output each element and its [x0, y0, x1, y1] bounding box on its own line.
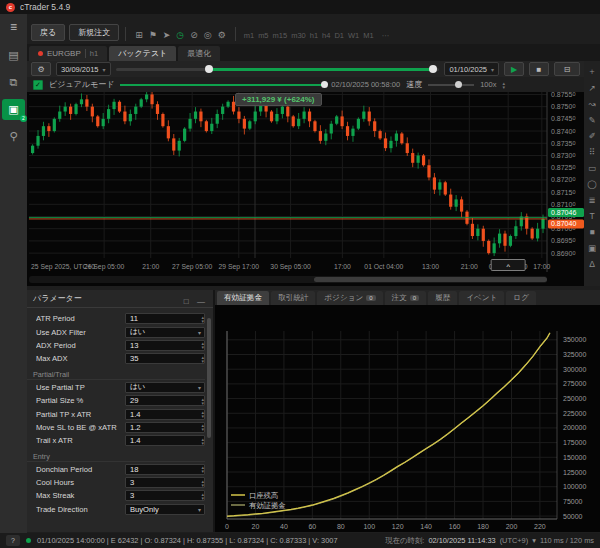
- stepper-down-icon[interactable]: ▾: [201, 414, 204, 418]
- parameter-input[interactable]: BuyOnly▾: [125, 504, 205, 515]
- new-order-button[interactable]: 新規注文: [69, 24, 119, 41]
- chart-scrollbar-thumb[interactable]: [314, 277, 547, 282]
- brush-tool[interactable]: ✐: [584, 128, 600, 144]
- stepper-down-icon[interactable]: ▾: [201, 427, 204, 431]
- parameter-input[interactable]: 3▴▾: [125, 477, 205, 488]
- price-chart[interactable]: 0.875500.875000.874500.874000.873500.873…: [27, 92, 584, 286]
- parameter-input[interactable]: 1.4▴▾: [125, 409, 205, 420]
- parameter-input[interactable]: 29▴▾: [125, 395, 205, 406]
- play-button[interactable]: ▶: [504, 62, 524, 76]
- pointer-icon[interactable]: ➤: [160, 29, 174, 41]
- ray-tool[interactable]: ↝: [584, 96, 600, 112]
- stepper-down-icon[interactable]: ▾: [201, 345, 204, 349]
- timeframe-h4[interactable]: h4: [320, 30, 332, 41]
- more-icon[interactable]: ⋯: [380, 30, 392, 41]
- tab-eurgbp[interactable]: EURGBPh1: [29, 46, 107, 61]
- range-start-handle[interactable]: [205, 65, 213, 73]
- settings-icon[interactable]: ⚙: [215, 29, 229, 41]
- backtest-settings-icon[interactable]: ⚙: [31, 62, 51, 76]
- timeframe-m15[interactable]: m15: [271, 30, 290, 41]
- collapse-icon[interactable]: —: [195, 297, 207, 306]
- value-stepper[interactable]: ▴▾: [201, 410, 204, 418]
- results-tab-4[interactable]: 履歴: [428, 291, 457, 305]
- chart-horizontal-scrollbar[interactable]: [29, 276, 547, 283]
- ellipse-tool[interactable]: ◯: [584, 176, 600, 192]
- timeframe-M1[interactable]: M1: [361, 30, 375, 41]
- parameter-input[interactable]: 3▴▾: [125, 490, 205, 501]
- equity-chart-canvas[interactable]: 5000075000100000125000150000175000200000…: [215, 305, 600, 532]
- value-stepper[interactable]: ▴▾: [201, 492, 204, 500]
- sidebar-item-analyze[interactable]: ⚲: [2, 126, 25, 147]
- stepper-down-icon[interactable]: ▾: [201, 401, 204, 405]
- help-icon[interactable]: ?: [6, 535, 20, 546]
- value-stepper[interactable]: ▴▾: [201, 355, 204, 363]
- candlestick-chart-canvas[interactable]: 0.875500.875000.874500.874000.873500.873…: [29, 92, 585, 272]
- sidebar-item-copy[interactable]: ⧉: [2, 72, 25, 93]
- parameters-scrollbar[interactable]: [207, 318, 211, 438]
- parameter-input[interactable]: はい▾: [125, 327, 205, 338]
- stepper-down-icon[interactable]: ▾: [201, 319, 204, 323]
- rectangle-tool[interactable]: ▭: [584, 160, 600, 176]
- parameter-input[interactable]: 1.2▴▾: [125, 422, 205, 433]
- watchlist-icon[interactable]: ◎: [201, 29, 215, 41]
- playback-progress-handle[interactable]: [321, 81, 328, 88]
- parameter-input[interactable]: 18▴▾: [125, 464, 205, 475]
- stepper-down-icon[interactable]: ▾: [201, 483, 204, 487]
- speed-stepper[interactable]: ▴ ▾: [502, 81, 505, 89]
- timeframe-m1[interactable]: m1: [242, 30, 256, 41]
- dock-panel-button[interactable]: ⊟: [554, 62, 580, 76]
- value-stepper[interactable]: ▴▾: [201, 315, 204, 323]
- pin-icon[interactable]: ⚑: [146, 29, 160, 41]
- results-tab-5[interactable]: イベント: [459, 291, 504, 305]
- crosshair-tool[interactable]: ＋: [584, 64, 600, 80]
- hamburger-menu-icon[interactable]: ≡: [10, 20, 17, 34]
- value-stepper[interactable]: ▴▾: [201, 465, 204, 473]
- parameter-input[interactable]: 13▴▾: [125, 340, 205, 351]
- range-end-handle[interactable]: [429, 65, 437, 73]
- replay-icon[interactable]: ◷: [173, 29, 187, 41]
- results-tab-6[interactable]: ログ: [506, 291, 536, 305]
- snapshot-tool[interactable]: ▣: [584, 240, 600, 256]
- timeframe-h1[interactable]: h1: [308, 30, 320, 41]
- results-tab-2[interactable]: ポジション0: [317, 291, 382, 305]
- timeframe-m30[interactable]: m30: [289, 30, 308, 41]
- speed-handle[interactable]: [455, 81, 462, 88]
- sidebar-item-automate[interactable]: ▣2: [2, 99, 25, 120]
- stepper-down-icon[interactable]: ▾: [201, 359, 204, 363]
- value-stepper[interactable]: ▴▾: [201, 479, 204, 487]
- text-tool[interactable]: T: [584, 208, 600, 224]
- results-tab-1[interactable]: 取引統計: [271, 291, 315, 305]
- pattern-tool[interactable]: ⠿: [584, 144, 600, 160]
- start-date-picker[interactable]: 30/09/2015 ▾: [56, 62, 111, 76]
- value-stepper[interactable]: ▴▾: [201, 423, 204, 431]
- parameter-input[interactable]: はい▾: [125, 382, 205, 393]
- speed-slider[interactable]: [428, 80, 474, 90]
- value-stepper[interactable]: ▴▾: [201, 341, 204, 349]
- stop-button[interactable]: ■: [529, 62, 549, 76]
- trendline-tool[interactable]: ↗: [584, 80, 600, 96]
- parameter-input[interactable]: 1.4▴▾: [125, 435, 205, 446]
- timeframe-m5[interactable]: m5: [256, 30, 270, 41]
- timeframe-W1[interactable]: W1: [346, 30, 361, 41]
- value-stepper[interactable]: ▴▾: [201, 397, 204, 405]
- results-tab-3[interactable]: 注文0: [385, 291, 427, 305]
- visual-mode-checkbox[interactable]: ✓: [33, 80, 43, 90]
- layout-icon[interactable]: ⊞: [132, 29, 146, 41]
- playback-progress-slider[interactable]: [120, 80, 325, 90]
- stepper-down-icon[interactable]: ▾: [502, 85, 505, 89]
- shape-tool[interactable]: ■: [584, 224, 600, 240]
- chevron-down-icon[interactable]: ▾: [532, 536, 536, 545]
- fibonacci-tool[interactable]: ≣: [584, 192, 600, 208]
- results-tab-0[interactable]: 有効証拠金: [217, 291, 269, 305]
- stepper-down-icon[interactable]: ▾: [201, 469, 204, 473]
- value-stepper[interactable]: ▴▾: [201, 437, 204, 445]
- popout-icon[interactable]: □: [182, 297, 191, 306]
- end-date-picker[interactable]: 01/10/2025 ▾: [444, 62, 499, 76]
- chevron-down-icon[interactable]: ▾: [198, 384, 204, 391]
- timeframe-D1[interactable]: D1: [332, 30, 346, 41]
- sidebar-item-trade[interactable]: ▤: [2, 45, 25, 66]
- stepper-down-icon[interactable]: ▾: [201, 496, 204, 500]
- parameter-input[interactable]: 35▴▾: [125, 353, 205, 364]
- chevron-down-icon[interactable]: ▾: [198, 506, 204, 513]
- stepper-down-icon[interactable]: ▾: [201, 441, 204, 445]
